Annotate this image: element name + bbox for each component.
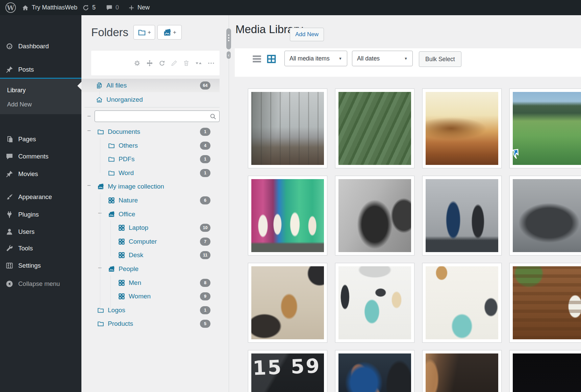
tree-guide-line	[110, 221, 111, 256]
folder-label: People	[119, 265, 138, 273]
sidebar-item-label: Comments	[18, 153, 48, 160]
folder-tree-item-men[interactable]: Men8	[81, 276, 220, 290]
all-files-item[interactable]: All files 64	[81, 79, 220, 92]
date-filter-select[interactable]: All dates ▼	[352, 51, 413, 66]
sidebar-item-collapse[interactable]: Collapse menu	[0, 276, 81, 292]
folder-count-badge: 1	[200, 306, 210, 314]
folder-tree-item-nature[interactable]: Nature6	[81, 194, 220, 207]
folder-move-icon[interactable]	[146, 59, 153, 67]
panel-resize-handle[interactable]	[226, 28, 231, 49]
folder-more-ellipsis-icon[interactable]	[207, 59, 215, 67]
folder-tree-item-office[interactable]: −Office	[81, 207, 220, 221]
grid-icon	[118, 224, 125, 231]
sidebar-item-tools[interactable]: Tools	[0, 240, 81, 256]
folders-panel: Folders + + All files 64 Unorganized − −…	[81, 15, 229, 392]
sidebar-item-label: Collapse menu	[18, 280, 60, 288]
folder-tree-item-others[interactable]: Others4	[81, 139, 220, 152]
unorganized-home-icon	[96, 96, 103, 103]
folder-label: Others	[119, 142, 138, 149]
sidebar-item-plugins[interactable]: Plugins	[0, 206, 81, 223]
comment-bubble-icon	[106, 4, 113, 11]
media-item-coffee-notebook-flatlay[interactable]	[422, 263, 502, 343]
media-item-imac-screen-blue-orange[interactable]	[335, 350, 414, 392]
folder-settings-gear-icon[interactable]	[133, 59, 141, 67]
comments-count: 0	[116, 4, 119, 11]
grid-view-icon[interactable]	[266, 54, 277, 64]
media-item-bw-rugby-scrum[interactable]	[509, 176, 581, 255]
folder-toolbar	[91, 51, 220, 75]
sidebar-item-pages[interactable]: Pages	[0, 131, 81, 147]
submenu-item-library[interactable]: Library	[0, 83, 81, 97]
folder-label: Laptop	[129, 224, 148, 231]
media-type-filter-select[interactable]: All media items ▼	[284, 51, 347, 66]
sidebar-item-users[interactable]: Users	[0, 224, 81, 240]
media-item-two-men-suits-car[interactable]	[422, 176, 502, 255]
folder-tree-item-documents[interactable]: −Documents1	[81, 125, 220, 139]
media-item-dark-wall-window-light[interactable]	[422, 350, 502, 392]
folder-tree-item-people[interactable]: −People	[81, 262, 220, 276]
add-folder-button[interactable]: +	[133, 25, 155, 40]
bulk-select-button[interactable]: Bulk Select	[419, 51, 461, 67]
collapse-toggle[interactable]: −	[87, 127, 91, 134]
media-item-desk-monkey-figurine[interactable]	[248, 263, 327, 343]
collapse-icon	[5, 280, 14, 288]
folder-tree-item-women[interactable]: Women9	[81, 290, 220, 303]
media-thumbnail	[251, 92, 324, 165]
collapse-toggle[interactable]: −	[87, 182, 91, 189]
folder-count-badge: 9	[200, 292, 210, 300]
folder-tree-item-desk[interactable]: Desk11	[81, 248, 220, 262]
media-item-tea-plantation-rows[interactable]	[335, 89, 414, 168]
media-thumbnail	[513, 266, 581, 339]
media-item-plant-owl-cup-wood-table[interactable]	[509, 263, 581, 343]
folder-tree-item-laptop[interactable]: Laptop10	[81, 221, 220, 235]
media-item-sunset-autumn-field[interactable]	[422, 89, 502, 168]
folder-label: Office	[119, 211, 135, 218]
sidebar-item-label: Plugins	[18, 211, 39, 218]
folder-label: Nature	[119, 197, 138, 204]
folder-count-badge: 6	[200, 196, 210, 204]
submenu-item-add-new[interactable]: Add New	[0, 98, 81, 111]
add-gallery-button[interactable]: +	[157, 25, 182, 40]
current-menu-arrow	[73, 82, 81, 90]
panel-collapse-handle[interactable]: ‹	[227, 51, 231, 59]
sidebar-item-dashboard[interactable]: Dashboard	[0, 38, 81, 54]
folder-tree-item-logos[interactable]: Logos1	[81, 303, 220, 317]
add-new-button[interactable]: Add New	[290, 28, 324, 41]
caret-down-icon: ▼	[338, 56, 342, 60]
tree-collapse-dash[interactable]: −	[87, 113, 91, 120]
sidebar-item-settings[interactable]: Settings	[0, 258, 81, 274]
gallery-icon	[108, 265, 115, 273]
unorganized-item[interactable]: Unorganized	[81, 93, 220, 106]
folder-count-badge: 5	[200, 320, 210, 328]
folder-tree-item-pdfs[interactable]: PDFs1	[81, 152, 220, 166]
new-content-link[interactable]: New	[128, 0, 150, 15]
folder-tree-item-my-image-collection[interactable]: −My image collection	[81, 180, 220, 193]
folder-rename-pencil-icon[interactable]	[171, 59, 178, 67]
media-item-women-mural-graffiti[interactable]	[248, 176, 327, 255]
list-view-icon[interactable]	[252, 54, 262, 64]
folder-sort-icon[interactable]	[195, 59, 202, 67]
folder-label: Products	[108, 320, 133, 327]
media-item-foggy-forest-path[interactable]	[248, 89, 327, 168]
folder-tree-item-products[interactable]: Products5	[81, 317, 220, 330]
folder-refresh-icon[interactable]	[158, 59, 166, 67]
folder-tree-item-computer[interactable]: Computer7	[81, 235, 220, 248]
wordpress-logo-icon: W	[5, 2, 16, 13]
media-item-macbook-keyboard-dark[interactable]	[509, 350, 581, 392]
site-name-link[interactable]: Try MatthiasWeb	[22, 0, 77, 15]
comments-link[interactable]: 0	[106, 0, 119, 15]
updates-link[interactable]: 5	[82, 0, 96, 15]
media-item-bw-portrait-man[interactable]	[335, 176, 414, 255]
sidebar-item-movies[interactable]: Movies	[0, 166, 81, 182]
sidebar-item-comments[interactable]: Comments	[0, 148, 81, 165]
wordpress-logo[interactable]: W	[5, 0, 16, 15]
sidebar-item-appearance[interactable]: Appearance	[0, 189, 81, 205]
folder-search-input[interactable]	[95, 111, 220, 122]
media-item-white-desk-flatlay-keyboard[interactable]	[335, 263, 414, 343]
folder-tree-item-word[interactable]: Word1	[81, 166, 220, 180]
sidebar-item-label: Settings	[18, 262, 41, 269]
media-item-flip-clock-15-59[interactable]: 15 59	[248, 350, 327, 392]
folder-label: Documents	[108, 128, 140, 136]
folder-delete-trash-icon[interactable]	[183, 59, 190, 67]
sidebar-item-posts[interactable]: Posts	[0, 62, 81, 78]
